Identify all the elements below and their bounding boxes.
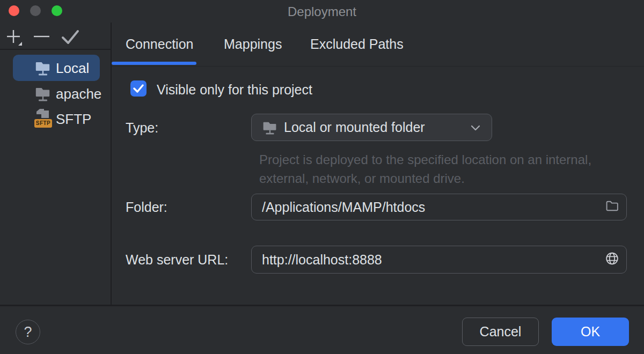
deployment-dialog: Deployment [0, 0, 644, 354]
tabs-bottom-border [112, 66, 644, 67]
type-label: Type: [126, 120, 158, 136]
folder-input[interactable] [262, 194, 584, 220]
minus-icon [33, 40, 50, 49]
footer-divider [0, 305, 644, 306]
tab-connection[interactable]: Connection [126, 36, 193, 52]
folder-field [251, 194, 627, 220]
mounted-folder-icon [262, 119, 278, 138]
cancel-button[interactable]: Cancel [462, 318, 539, 346]
help-button[interactable]: ? [16, 320, 40, 344]
web-server-url-label: Web server URL: [126, 252, 228, 268]
ok-button[interactable]: OK [552, 318, 629, 346]
use-as-default-button[interactable] [61, 28, 80, 48]
visible-only-checkbox[interactable] [130, 80, 147, 97]
question-mark-icon: ? [24, 324, 32, 340]
type-dropdown[interactable]: Local or mounted folder [251, 114, 492, 141]
type-dropdown-value: Local or mounted folder [284, 120, 425, 135]
mounted-folder-icon [34, 85, 52, 105]
check-icon [130, 89, 147, 98]
tab-mappings[interactable]: Mappings [224, 36, 282, 52]
server-list-item-label[interactable]: apache [56, 86, 101, 102]
type-description-line1: Project is deployed to the specified loc… [259, 152, 591, 167]
tab-excluded-paths[interactable]: Excluded Paths [310, 36, 404, 52]
folder-label: Folder: [126, 200, 167, 215]
server-list-item-label[interactable]: Local [56, 60, 89, 77]
sidebar-divider [111, 23, 112, 306]
sftp-badge: SFTP [34, 119, 52, 128]
plus-icon [5, 40, 24, 49]
mounted-folder-icon [34, 59, 52, 79]
web-server-url-input[interactable] [262, 246, 584, 273]
server-list-item-label[interactable]: SFTP [56, 111, 91, 128]
checkmark-icon [61, 39, 80, 48]
window-title: Deployment [0, 4, 644, 19]
folder-browse-icon[interactable] [605, 199, 619, 216]
visible-only-checkbox-label[interactable]: Visible only for this project [157, 82, 312, 98]
chevron-down-icon [469, 122, 482, 135]
globe-icon[interactable] [605, 252, 619, 268]
type-description-line2: external, network, or mounted drive. [259, 171, 465, 186]
active-tab-underline [112, 62, 196, 65]
web-server-url-field [251, 246, 627, 274]
add-server-button[interactable] [5, 29, 24, 49]
remove-server-button[interactable] [33, 29, 50, 49]
